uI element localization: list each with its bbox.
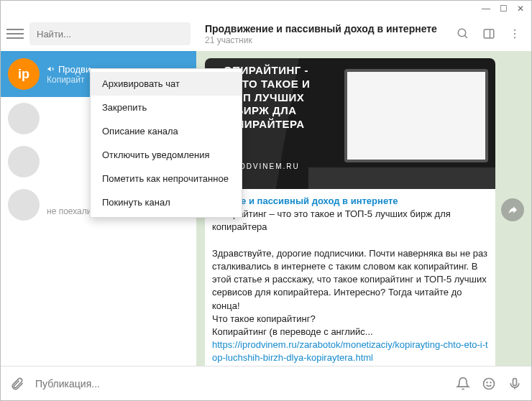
svg-rect-11 bbox=[513, 378, 517, 385]
svg-rect-2 bbox=[484, 29, 494, 38]
ctx-description[interactable]: Описание канала bbox=[91, 119, 242, 143]
message-text: Здравствуйте, дорогие подписчики. Почти … bbox=[212, 248, 487, 311]
menu-button[interactable] bbox=[6, 25, 24, 42]
avatar: ip bbox=[8, 58, 40, 90]
context-menu: Архивировать чат Закрепить Описание кана… bbox=[90, 68, 242, 218]
more-icon[interactable] bbox=[507, 26, 523, 42]
chat-list-title: Продви bbox=[58, 64, 91, 75]
ctx-mute[interactable]: Отключить уведомления bbox=[91, 143, 242, 167]
chat-title: Продвижение и пассивный доход в интернет… bbox=[205, 23, 445, 34]
svg-point-0 bbox=[458, 29, 466, 37]
mic-icon[interactable] bbox=[507, 376, 523, 392]
topbar: Продвижение и пассивный доход в интернет… bbox=[1, 17, 531, 51]
svg-line-1 bbox=[464, 35, 467, 38]
message-link[interactable]: https://iprodvinem.ru/zarabotok/monetiza… bbox=[212, 339, 488, 363]
maximize-button[interactable]: ☐ bbox=[498, 4, 508, 14]
channel-icon bbox=[47, 65, 55, 73]
sidepanel-icon[interactable] bbox=[481, 26, 497, 42]
svg-point-4 bbox=[514, 29, 515, 31]
chat-header[interactable]: Продвижение и пассивный доход в интернет… bbox=[205, 23, 445, 45]
message-image[interactable]: ОПИРАЙТИНГ - О ЭТО ТАКОЕ И ТОП ЛУЧШИХ БИ… bbox=[205, 58, 495, 189]
message[interactable]: ОПИРАЙТИНГ - О ЭТО ТАКОЕ И ТОП ЛУЧШИХ БИ… bbox=[205, 58, 495, 366]
svg-point-9 bbox=[487, 382, 487, 382]
svg-point-8 bbox=[484, 378, 495, 389]
compose-bar bbox=[1, 366, 531, 400]
chat-subtitle: 21 участник bbox=[205, 35, 445, 45]
svg-point-10 bbox=[490, 382, 491, 382]
ctx-pin[interactable]: Закрепить bbox=[91, 96, 242, 119]
message-text: Что такое копирайтинг? bbox=[212, 313, 316, 324]
forward-button[interactable] bbox=[501, 198, 524, 221]
emoji-icon[interactable] bbox=[481, 376, 497, 392]
message-hashtags[interactable]: #iprodvinem #Заработок, #Копирайтинг, #С… bbox=[212, 365, 456, 366]
search-input[interactable] bbox=[37, 29, 183, 40]
mute-icon[interactable] bbox=[455, 376, 471, 392]
svg-point-6 bbox=[514, 37, 515, 38]
search-icon[interactable] bbox=[455, 26, 471, 42]
attach-icon[interactable] bbox=[9, 376, 25, 392]
chat-area: ОПИРАЙТИНГ - О ЭТО ТАКОЕ И ТОП ЛУЧШИХ БИ… bbox=[196, 51, 531, 366]
compose-input[interactable] bbox=[35, 378, 445, 390]
ctx-mark-unread[interactable]: Пометить как непрочитанное bbox=[91, 167, 242, 190]
minimize-button[interactable]: — bbox=[481, 4, 491, 14]
ctx-leave[interactable]: Покинуть канал bbox=[91, 190, 242, 214]
svg-point-5 bbox=[514, 33, 515, 34]
ctx-archive[interactable]: Архивировать чат bbox=[91, 72, 242, 96]
close-button[interactable]: ✕ bbox=[515, 4, 526, 14]
message-text: Копирайтинг – что это такое и ТОП-5 лучш… bbox=[212, 208, 451, 232]
message-text: Копирайтинг (в переводе с английс... bbox=[212, 326, 373, 337]
window-titlebar: — ☐ ✕ bbox=[1, 1, 531, 17]
search-box[interactable] bbox=[29, 22, 191, 45]
